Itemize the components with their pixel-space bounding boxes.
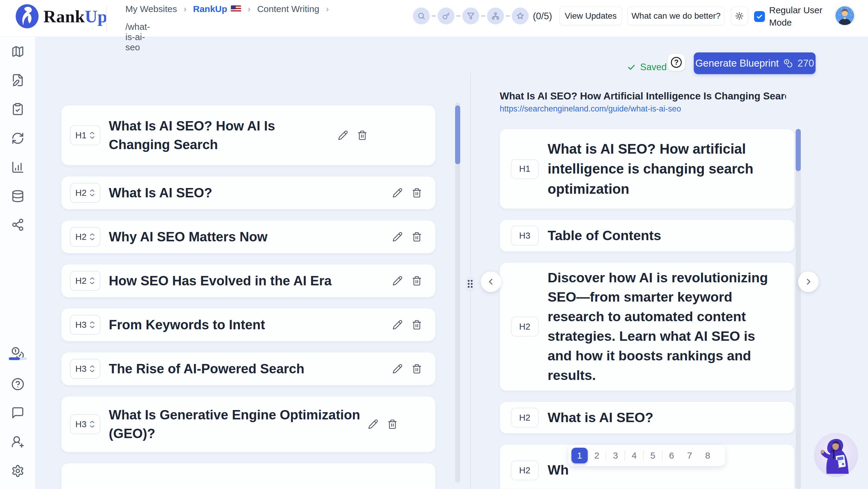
- heading-level-select[interactable]: H3: [70, 315, 100, 335]
- preview-heading-text: What is AI SEO?: [548, 408, 782, 427]
- blueprint-help-button[interactable]: ?: [668, 54, 685, 71]
- edit-icon[interactable]: [338, 130, 348, 140]
- preview-card: H2 What is AI SEO?: [500, 402, 795, 433]
- search-icon[interactable]: [413, 7, 430, 24]
- page-button[interactable]: 2: [588, 448, 606, 463]
- map-icon[interactable]: [11, 45, 24, 58]
- collapse-right-button[interactable]: [798, 271, 818, 292]
- breadcrumb-site[interactable]: RankUp: [193, 4, 241, 14]
- delete-icon[interactable]: [412, 364, 422, 374]
- outline-heading-text[interactable]: Why AI SEO Matters Now: [109, 227, 393, 246]
- coins-icon: [784, 59, 793, 68]
- heading-level-select[interactable]: H1: [70, 125, 100, 145]
- delete-icon[interactable]: [412, 232, 422, 242]
- page-button[interactable]: 8: [699, 448, 717, 463]
- sidebar-nav: [0, 37, 36, 489]
- key-icon[interactable]: [438, 7, 455, 24]
- check-icon: [756, 13, 763, 20]
- outline-scrollbar-track[interactable]: [455, 102, 460, 483]
- network-icon[interactable]: [11, 218, 24, 231]
- help-icon[interactable]: [11, 378, 24, 391]
- clipboard-check-icon[interactable]: [11, 102, 24, 116]
- user-plus-icon[interactable]: [11, 435, 24, 448]
- outline-heading-text[interactable]: The Rise of AI-Powered Search: [109, 359, 393, 378]
- outline-card[interactable]: H2 Why AI SEO Matters Now: [61, 220, 435, 253]
- outline-card[interactable]: H3 From Keywords to Intent: [61, 308, 435, 341]
- outline-card[interactable]: H1 What Is AI SEO? How AI Is Changing Se…: [61, 105, 435, 165]
- heading-level-select[interactable]: H2: [70, 271, 100, 291]
- chevron-updown-icon: [90, 189, 95, 197]
- outline-heading-text[interactable]: How SEO Has Evolved in the AI Era: [109, 271, 393, 290]
- chevron-updown-icon: [90, 420, 95, 428]
- outline-heading-text[interactable]: What Is Generative Engine Optimization (…: [109, 405, 368, 443]
- heading-level-badge: H2: [511, 460, 538, 480]
- preview-heading-text: Discover how AI is revolutionizing SEO—f…: [548, 268, 782, 385]
- settings-icon[interactable]: [11, 464, 24, 478]
- heading-level-select[interactable]: H2: [70, 227, 100, 247]
- file-edit-icon[interactable]: [11, 73, 24, 87]
- generate-blueprint-label: Generate Blueprint: [695, 58, 779, 69]
- edit-icon[interactable]: [393, 364, 403, 374]
- edit-icon[interactable]: [393, 320, 403, 330]
- heading-level-select[interactable]: H3: [70, 359, 100, 379]
- chevron-updown-icon: [90, 321, 95, 329]
- view-updates-button[interactable]: View Updates: [559, 7, 622, 25]
- delete-icon[interactable]: [412, 320, 422, 330]
- chevron-left-icon: [487, 277, 495, 286]
- outline-heading-text[interactable]: What Is AI SEO?: [109, 184, 393, 202]
- breadcrumb-my-websites[interactable]: My Websites: [125, 4, 177, 14]
- credits-progress-bar: [9, 357, 27, 360]
- outline-heading-text[interactable]: From Keywords to Intent: [109, 316, 393, 334]
- outline-card[interactable]: H2 What Is AI SEO?: [61, 176, 435, 209]
- heading-level-label: H1: [75, 130, 87, 140]
- refresh-icon[interactable]: [11, 132, 24, 145]
- panel-drag-handle[interactable]: [466, 276, 475, 291]
- drag-dots-icon: [468, 280, 472, 288]
- database-icon[interactable]: [11, 190, 24, 203]
- page-button[interactable]: 6: [662, 448, 681, 463]
- preview-scrollbar-thumb[interactable]: [796, 129, 801, 171]
- theme-toggle-button[interactable]: [731, 7, 748, 25]
- filter-icon[interactable]: [462, 7, 479, 24]
- edit-icon[interactable]: [393, 232, 403, 242]
- avatar[interactable]: [835, 6, 854, 25]
- outline-heading-text[interactable]: What Is AI SEO? How AI Is Changing Searc…: [109, 117, 338, 154]
- outline-scrollbar-thumb[interactable]: [455, 105, 460, 164]
- preview-heading-text: Table of Contents: [548, 226, 782, 246]
- delete-icon[interactable]: [387, 419, 398, 429]
- chevron-updown-icon: [90, 365, 95, 373]
- preview-page-url[interactable]: https://searchengineland.com/guide/what-…: [500, 104, 681, 113]
- collapse-left-button[interactable]: [481, 271, 501, 292]
- chat-icon[interactable]: [11, 406, 24, 419]
- outline-card[interactable]: H3 What Is Generative Engine Optimizatio…: [61, 396, 435, 452]
- outline-card[interactable]: H3 The Rise of AI-Powered Search: [61, 352, 435, 385]
- assistant-mascot[interactable]: [812, 431, 860, 479]
- edit-icon[interactable]: [393, 188, 403, 198]
- breadcrumb-content-writing[interactable]: Content Writing: [257, 4, 319, 14]
- page-button[interactable]: 4: [625, 448, 643, 463]
- delete-icon[interactable]: [357, 130, 367, 140]
- bar-chart-icon[interactable]: [11, 161, 24, 174]
- heading-level-select[interactable]: H3: [70, 414, 100, 434]
- generate-blueprint-button[interactable]: Generate Blueprint 270: [694, 53, 815, 74]
- step-counter: (0/5): [533, 11, 552, 22]
- preview-scrollbar-track[interactable]: [796, 129, 801, 489]
- delete-icon[interactable]: [412, 188, 422, 198]
- feedback-button[interactable]: What can we do better?: [627, 7, 724, 25]
- preview-card: H1 What is AI SEO? How artificial intell…: [500, 129, 795, 209]
- star-icon[interactable]: [512, 7, 529, 24]
- app-logo[interactable]: RankUp: [15, 4, 107, 29]
- edit-icon[interactable]: [368, 419, 378, 429]
- page-button[interactable]: 3: [607, 448, 624, 463]
- page-button[interactable]: 1: [571, 448, 588, 463]
- regular-user-mode-checkbox[interactable]: [754, 11, 765, 22]
- heading-level-select[interactable]: H2: [70, 183, 100, 203]
- outline-card-partial[interactable]: [61, 463, 435, 489]
- outline-card[interactable]: H2 How SEO Has Evolved in the AI Era: [61, 264, 435, 297]
- sitemap-icon[interactable]: [487, 7, 504, 24]
- delete-icon[interactable]: [412, 276, 422, 286]
- page-button[interactable]: 5: [644, 448, 662, 463]
- chevron-right-icon: [804, 277, 813, 286]
- edit-icon[interactable]: [393, 276, 403, 286]
- page-button[interactable]: 7: [681, 448, 699, 463]
